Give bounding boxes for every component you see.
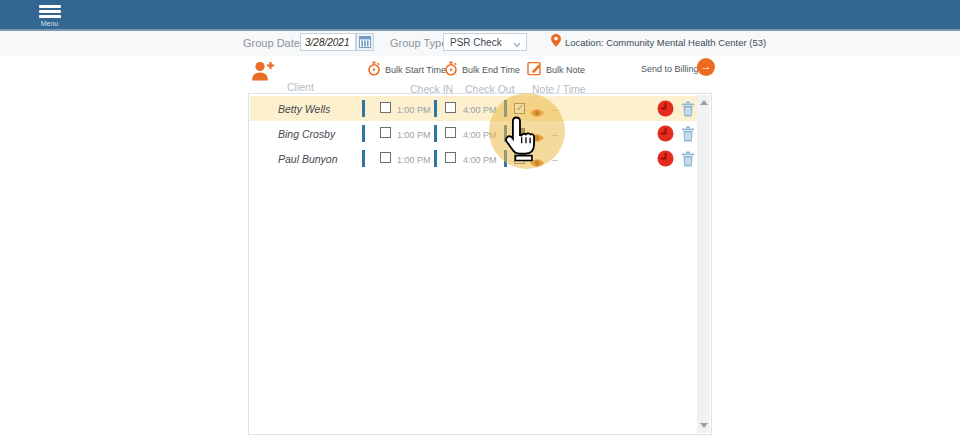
- column-divider: [434, 150, 437, 167]
- table-row: Paul Bunyon 1:00 PM 4:00 PM --: [250, 146, 698, 171]
- check-out-time: 4:00 PM: [463, 105, 497, 115]
- note-checkbox[interactable]: [514, 103, 525, 114]
- add-person-icon[interactable]: [250, 59, 276, 87]
- bulk-note-button[interactable]: Bulk Note: [546, 65, 585, 75]
- red-clock-icon[interactable]: [657, 150, 674, 171]
- note-checkbox[interactable]: [514, 153, 525, 164]
- menu-button[interactable]: Menu: [36, 3, 63, 27]
- note-checkbox[interactable]: [514, 128, 525, 139]
- check-out-checkbox[interactable]: [445, 102, 456, 113]
- group-date-label: Group Date:: [243, 37, 303, 49]
- column-divider: [504, 125, 507, 142]
- red-clock-icon[interactable]: [657, 100, 674, 121]
- trash-icon[interactable]: [681, 126, 695, 146]
- trash-icon[interactable]: [681, 151, 695, 171]
- send-to-billing-button[interactable]: Send to Billing: [641, 64, 699, 74]
- note-value: --: [552, 155, 558, 165]
- client-name: Betty Wells: [278, 103, 330, 115]
- column-divider: [362, 125, 365, 142]
- check-in-time: 1:00 PM: [397, 105, 431, 115]
- column-divider: [362, 100, 365, 117]
- scrollbar[interactable]: [697, 95, 710, 433]
- attendance-table: Betty Wells 1:00 PM 4:00 PM --: [248, 93, 712, 435]
- map-pin-icon: [551, 33, 561, 51]
- top-navigation-bar: Menu: [0, 0, 960, 31]
- arrow-right-circle-icon[interactable]: →: [697, 58, 715, 76]
- check-in-time: 1:00 PM: [397, 130, 431, 140]
- scroll-down-icon[interactable]: [700, 423, 708, 428]
- note-pencil-icon: [527, 61, 542, 80]
- check-in-time: 1:00 PM: [397, 155, 431, 165]
- note-value: --: [552, 130, 558, 140]
- check-out-time: 4:00 PM: [463, 130, 497, 140]
- column-header-client: Client: [287, 81, 314, 93]
- group-type-value: PSR Check: [450, 37, 502, 48]
- red-clock-icon[interactable]: [657, 125, 674, 146]
- menu-label: Menu: [36, 20, 63, 27]
- column-divider: [362, 150, 365, 167]
- group-type-select[interactable]: PSR Check: [443, 33, 527, 51]
- column-divider: [434, 100, 437, 117]
- eye-icon[interactable]: [529, 129, 545, 147]
- stopwatch-icon: [444, 61, 458, 80]
- note-value: --: [552, 105, 558, 115]
- trash-icon[interactable]: [681, 101, 695, 121]
- check-in-checkbox[interactable]: [380, 152, 391, 163]
- bulk-end-time-button[interactable]: Bulk End Time: [462, 65, 520, 75]
- check-out-time: 4:00 PM: [463, 155, 497, 165]
- check-in-checkbox[interactable]: [380, 127, 391, 138]
- calendar-icon[interactable]: [356, 33, 374, 51]
- chevron-down-icon: [513, 39, 521, 50]
- table-row: Bing Crosby 1:00 PM 4:00 PM --: [250, 121, 698, 146]
- bulk-start-time-button[interactable]: Bulk Start Time: [385, 65, 446, 75]
- stopwatch-icon: [367, 61, 381, 80]
- column-divider: [504, 100, 507, 117]
- check-out-checkbox[interactable]: [445, 127, 456, 138]
- group-session-page: Menu Group Date: Group Type: PSR Check L…: [0, 0, 960, 442]
- group-date-input[interactable]: [300, 33, 356, 51]
- location-text: Location: Community Mental Health Center…: [565, 37, 766, 48]
- eye-icon[interactable]: [529, 104, 545, 122]
- scroll-up-icon[interactable]: [700, 100, 708, 105]
- column-divider: [504, 150, 507, 167]
- check-in-checkbox[interactable]: [380, 102, 391, 113]
- hamburger-icon: [36, 5, 63, 18]
- eye-icon[interactable]: [529, 154, 545, 172]
- check-out-checkbox[interactable]: [445, 152, 456, 163]
- group-type-label: Group Type:: [390, 37, 450, 49]
- table-row: Betty Wells 1:00 PM 4:00 PM --: [250, 96, 698, 121]
- column-divider: [434, 125, 437, 142]
- client-name: Bing Crosby: [278, 128, 335, 140]
- client-name: Paul Bunyon: [278, 153, 338, 165]
